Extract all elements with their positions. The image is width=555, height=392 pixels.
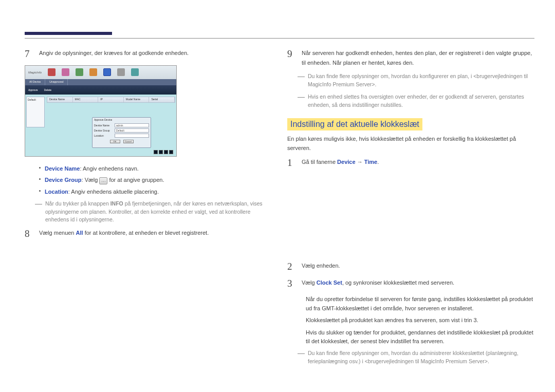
step-8: 8 Vælg menuen All for at kontrollere, at…: [25, 228, 272, 240]
header-divider: [25, 38, 534, 39]
step-9: 9 Når serveren har godkendt enheden, hen…: [287, 48, 534, 67]
content-columns: 7 Angiv de oplysninger, der kræves for a…: [25, 48, 534, 369]
spacer: [287, 174, 534, 261]
bullet-icon: [39, 167, 41, 169]
ss-approve-modal: Approve Device Device Name admin Device …: [92, 117, 151, 148]
list-item: Når du opretter forbindelse til serveren…: [302, 295, 534, 313]
ss-th: Model Name: [124, 97, 150, 102]
step9-note-b: ― Hvis en enhed slettes fra oversigten o…: [298, 93, 534, 109]
ss-logo: MagicInfo: [25, 71, 45, 74]
step-number: 1: [287, 157, 295, 169]
dash-icon: ―: [35, 200, 42, 224]
embedded-screenshot: MagicInfo All Device Unapproved Approve …: [25, 65, 177, 157]
ss-modal-input: [115, 134, 149, 138]
step3-bullets: Når du opretter forbindelse til serveren…: [302, 295, 534, 346]
bullet-icon: [39, 178, 41, 180]
ss-icon-4: [89, 68, 97, 76]
header-accent-bar: [25, 32, 112, 35]
step-1: 1 Gå til fanerne Device → Time.: [287, 157, 534, 169]
step-text-post: , og synkroniser klokkeslættet med serve…: [342, 279, 454, 286]
step9-note-a: ― Du kan finde flere oplysninger om, hvo…: [298, 72, 534, 89]
ss-icon-2: [62, 68, 69, 76]
right-column: 9 Når serveren har godkendt enheden, hen…: [287, 48, 534, 369]
ss-modal-label: Device Name: [94, 124, 115, 127]
ss-sub: Delete: [41, 88, 54, 91]
bullet-text: Location: Angiv enhedens aktuelle placer…: [45, 187, 159, 197]
section-heading-wrap: Indstilling af det aktuelle klokkeslæt: [287, 113, 534, 135]
ss-icon-3: [76, 68, 83, 76]
label-location: Location: [45, 189, 68, 195]
ss-modal-row: Location: [92, 133, 151, 138]
bullet-text-pre: : Vælg: [82, 177, 100, 183]
dash-icon: ―: [298, 349, 305, 366]
ss-modal-row: Device Name admin: [92, 123, 151, 128]
label-device-group: Device Group: [45, 177, 82, 183]
info-bold: INFO: [110, 200, 123, 207]
ss-th: MAC: [73, 97, 99, 102]
step7-bullets: Device Name: Angiv enhedens navn. Device…: [39, 164, 272, 197]
browse-button-icon: …: [99, 177, 107, 184]
ss-icon-7: [131, 68, 139, 76]
dash-icon: ―: [298, 72, 305, 89]
note-text: Du kan finde flere oplysninger om, hvord…: [308, 72, 534, 89]
list-item: Device Group: Vælg … for at angive grupp…: [39, 175, 272, 185]
ss-widget: [159, 150, 163, 154]
ss-icon-6: [117, 68, 125, 76]
step-7: 7 Angiv de oplysninger, der kræves for a…: [25, 48, 272, 60]
ss-tabs: All Device Unapproved: [25, 79, 176, 85]
ss-tab: All Device: [25, 79, 45, 85]
ss-th: IP: [98, 97, 124, 102]
bullet-text: Hvis du slukker og tænder for produktet,…: [306, 328, 534, 346]
ss-sub: Approve: [25, 88, 41, 91]
device-bold: Device: [337, 159, 355, 165]
note-text: Du kan finde flere oplysninger om, hvord…: [308, 349, 534, 366]
browse-button-label: …: [101, 178, 106, 183]
ss-tab: Unapproved: [45, 79, 68, 85]
list-item: Hvis du slukker og tænder for produktet,…: [302, 328, 534, 346]
ss-table: Device Name MAC IP Model Name Serial: [47, 97, 175, 112]
bullet-text: Device Name: Angiv enhedens navn.: [45, 164, 139, 174]
step-text: Vælg menuen All for at kontrollere, at e…: [39, 228, 272, 240]
list-item: Location: Angiv enhedens aktuelle placer…: [39, 187, 272, 197]
step-text-post: for at kontrollere, at enheden er blevet…: [83, 230, 209, 236]
list-item: Device Name: Angiv enhedens navn.: [39, 164, 272, 174]
step-number: 3: [287, 278, 295, 290]
section-intro: En plan køres muligvis ikke, hvis klokke…: [287, 135, 534, 153]
bullet-icon: [39, 190, 41, 192]
ss-modal-buttons: OK Cancel: [92, 140, 151, 143]
ss-modal-input: Default: [115, 128, 149, 133]
ss-modal-label: Location: [94, 134, 115, 137]
step-text: Vælg enheden.: [302, 261, 534, 273]
note-text: Hvis en enhed slettes fra oversigten ove…: [308, 93, 534, 109]
step-text-pre: Gå til fanerne: [302, 159, 337, 165]
ss-ok-button: OK: [110, 140, 120, 143]
step-number: 7: [25, 48, 33, 60]
arrow-text: →: [356, 159, 364, 165]
step-text-pre: Vælg menuen: [39, 230, 76, 236]
bullet-text-body: : Angiv enhedens aktuelle placering.: [68, 189, 159, 195]
ss-modal-label: Device Group: [94, 129, 115, 132]
ss-modal-row: Device Group Default: [92, 128, 151, 133]
ss-subrow: Approve Delete: [25, 85, 176, 95]
bullet-text: Device Group: Vælg … for at angive grupp…: [45, 175, 164, 185]
ss-th: Device Name: [47, 97, 73, 102]
bullet-text-body: : Angiv enhedens navn.: [80, 165, 139, 172]
bullet-text: Når du opretter forbindelse til serveren…: [306, 295, 534, 313]
ss-navstrip: All Device Unapproved Approve Delete: [25, 79, 176, 95]
step-2: 2 Vælg enheden.: [287, 261, 534, 273]
step-text-pre: Vælg: [302, 279, 317, 286]
list-item: Klokkeslættet på produktet kan ændres fr…: [302, 316, 534, 325]
step-number: 8: [25, 228, 33, 240]
ss-icon-5: [103, 68, 111, 76]
ss-modal-input: admin: [115, 123, 149, 127]
step-number: 9: [287, 48, 295, 67]
ss-widget: [164, 150, 168, 154]
step7-note: ― Når du trykker på knappen INFO på fjer…: [35, 200, 272, 224]
clock-set-bold: Clock Set: [317, 279, 342, 286]
step3-note: ― Du kan finde flere oplysninger om, hvo…: [298, 349, 534, 366]
ss-icon-1: [48, 68, 55, 76]
step-text-dot: .: [377, 159, 379, 165]
bullet-text-post: for at angive gruppen.: [107, 177, 164, 183]
ss-cancel-button: Cancel: [123, 140, 134, 143]
step-3: 3 Vælg Clock Set, og synkroniser klokkes…: [287, 278, 534, 290]
